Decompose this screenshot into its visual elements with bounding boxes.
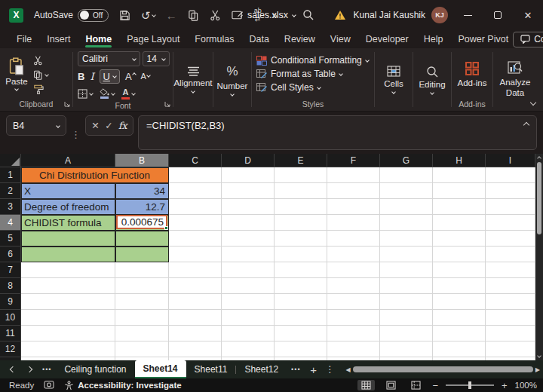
cell-D3[interactable] xyxy=(222,199,275,215)
row-header-9[interactable]: 9 xyxy=(0,294,21,310)
cell-I2[interactable] xyxy=(486,183,535,199)
cell-A1[interactable]: Chi Distribution Function xyxy=(21,167,169,183)
font-color-button[interactable]: A xyxy=(121,88,135,100)
cell-I11[interactable] xyxy=(486,326,535,341)
cell-C13[interactable] xyxy=(169,357,222,360)
prev-sheet-icon[interactable] xyxy=(5,360,21,378)
tab-insert[interactable]: Insert xyxy=(42,30,75,48)
cell-B13[interactable] xyxy=(115,357,169,360)
cell-I5[interactable] xyxy=(486,231,535,247)
borders-button[interactable] xyxy=(78,89,93,99)
addins-button[interactable]: Add-ins xyxy=(452,48,492,100)
cell-I7[interactable] xyxy=(486,262,535,278)
cell-E8[interactable] xyxy=(275,278,327,294)
sheet-tab-sheet12[interactable]: Sheet12 xyxy=(236,360,287,378)
zoom-slider[interactable] xyxy=(446,384,494,386)
cells-group-button[interactable]: Cells xyxy=(375,48,413,111)
font-dialog-launcher-icon[interactable] xyxy=(164,99,170,109)
more-sheets-left-icon[interactable]: ••• xyxy=(38,366,56,373)
sheet-options-icon[interactable]: ⋮ xyxy=(322,360,339,378)
zoom-out-button[interactable]: − xyxy=(432,380,438,391)
bold-button[interactable]: B xyxy=(78,71,84,82)
row-header-8[interactable]: 8 xyxy=(0,278,21,294)
cell-F2[interactable] xyxy=(327,183,380,199)
cell-F8[interactable] xyxy=(327,278,380,294)
cell-B2[interactable]: 34 xyxy=(115,183,169,199)
fill-handle[interactable] xyxy=(164,226,168,230)
row-header-4[interactable]: 4 xyxy=(0,215,21,231)
cell-D2[interactable] xyxy=(222,183,275,199)
cell-E7[interactable] xyxy=(275,262,327,278)
cell-I6[interactable] xyxy=(486,247,535,262)
scroll-down-icon[interactable] xyxy=(538,351,541,360)
horizontal-scrollbar[interactable]: ◀ ▶ xyxy=(339,360,543,378)
conditional-formatting-button[interactable]: Conditional Formatting xyxy=(256,55,374,66)
maximize-button[interactable] xyxy=(483,0,513,30)
vertical-scrollbar[interactable] xyxy=(535,154,543,360)
cell-G11[interactable] xyxy=(380,326,433,341)
tab-developer[interactable]: Developer xyxy=(361,30,413,48)
cell-F10[interactable] xyxy=(327,310,380,326)
clipboard-dialog-launcher-icon[interactable] xyxy=(64,99,70,109)
cell-F4[interactable] xyxy=(327,215,380,231)
cell-A5[interactable] xyxy=(21,231,115,247)
enter-icon[interactable]: ✓ xyxy=(105,120,112,131)
cell-G7[interactable] xyxy=(380,262,433,278)
cell-A13[interactable] xyxy=(21,357,115,360)
copy-icon[interactable] xyxy=(188,10,199,21)
column-header-D[interactable]: D xyxy=(222,154,275,167)
scroll-left-icon[interactable]: ◀ xyxy=(346,366,351,373)
tab-page-layout[interactable]: Page Layout xyxy=(122,30,184,48)
close-button[interactable]: ✕ xyxy=(513,0,543,30)
column-header-B[interactable]: B xyxy=(115,154,169,167)
zoom-slider-thumb[interactable] xyxy=(468,381,471,389)
tab-formulas[interactable]: Formulas xyxy=(190,30,238,48)
cell-E6[interactable] xyxy=(275,247,327,262)
editing-group-button[interactable]: Editing xyxy=(413,48,451,111)
column-header-C[interactable]: C xyxy=(169,154,222,167)
cell-B10[interactable] xyxy=(115,310,169,326)
cell-D7[interactable] xyxy=(222,262,275,278)
cell-H4[interactable] xyxy=(433,215,486,231)
search-icon[interactable] xyxy=(302,9,314,21)
horizontal-scroll-thumb[interactable] xyxy=(353,366,533,372)
tab-power-pivot[interactable]: Power Pivot xyxy=(453,30,513,48)
excel-logo-icon[interactable]: X xyxy=(9,8,23,23)
cell-I13[interactable] xyxy=(486,357,535,360)
cell-E10[interactable] xyxy=(275,310,327,326)
cell-D13[interactable] xyxy=(222,357,275,360)
cell-B8[interactable] xyxy=(115,278,169,294)
cell-E2[interactable] xyxy=(275,183,327,199)
cell-F11[interactable] xyxy=(327,326,380,341)
tab-data[interactable]: Data xyxy=(244,30,273,48)
row-header-2[interactable]: 2 xyxy=(0,183,21,199)
cell-D1[interactable] xyxy=(222,167,275,183)
cell-E1[interactable] xyxy=(275,167,327,183)
cell-E9[interactable] xyxy=(275,294,327,310)
row-header-5[interactable]: 5 xyxy=(0,231,21,247)
cell-G6[interactable] xyxy=(380,247,433,262)
sheet-tab-sheet11[interactable]: Sheet11 xyxy=(186,360,236,378)
cell-D6[interactable] xyxy=(222,247,275,262)
formula-bar-drag-handle[interactable]: ⋮ xyxy=(71,124,81,145)
cell-F9[interactable] xyxy=(327,294,380,310)
row-header-11[interactable]: 11 xyxy=(0,326,21,341)
cell-C7[interactable] xyxy=(169,262,222,278)
cell-C9[interactable] xyxy=(169,294,222,310)
accessibility-status[interactable]: Accessibility: Investigate xyxy=(64,381,181,390)
undo-button[interactable]: ↺ xyxy=(141,10,155,21)
row-header-3[interactable]: 3 xyxy=(0,199,21,215)
cell-I1[interactable] xyxy=(486,167,535,183)
cell-I8[interactable] xyxy=(486,278,535,294)
cell-C5[interactable] xyxy=(169,231,222,247)
cell-C3[interactable] xyxy=(169,199,222,215)
cell-H5[interactable] xyxy=(433,231,486,247)
format-as-table-button[interactable]: Format as Table xyxy=(256,69,374,79)
tab-home[interactable]: Home xyxy=(81,30,116,48)
cell-B4[interactable]: 0.000675 xyxy=(115,215,169,231)
column-header-H[interactable]: H xyxy=(433,154,486,167)
cell-D11[interactable] xyxy=(222,326,275,341)
increase-font-button[interactable]: A xyxy=(125,71,136,82)
cell-I10[interactable] xyxy=(486,310,535,326)
cell-I9[interactable] xyxy=(486,294,535,310)
